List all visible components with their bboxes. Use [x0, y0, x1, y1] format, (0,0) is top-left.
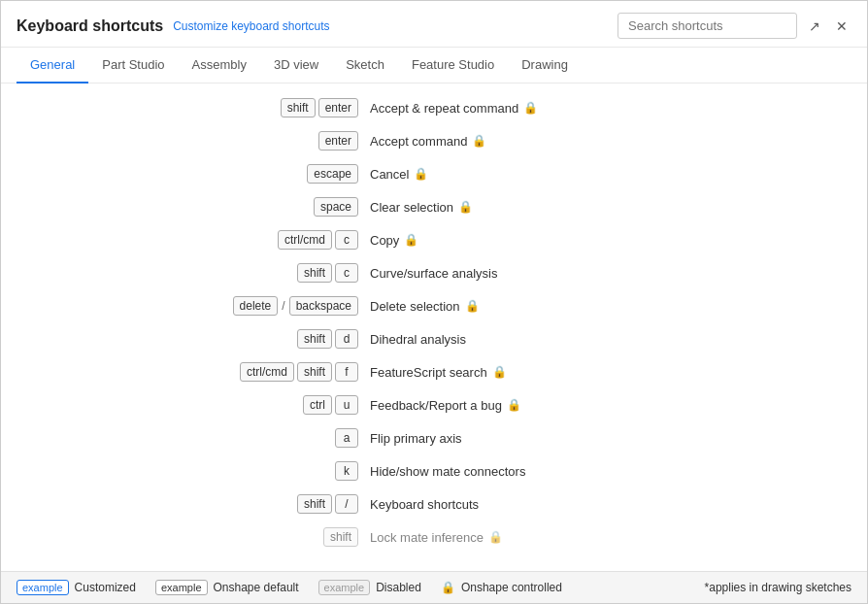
- key-shift: shift: [281, 98, 316, 117]
- shortcut-label: Curve/surface analysis: [370, 266, 848, 281]
- legend-customized-text: Customized: [75, 581, 136, 594]
- key-shift: shift: [323, 527, 358, 547]
- legend-onshape-controlled-text: Onshape controlled: [461, 581, 562, 594]
- legend-key-customized: example: [17, 580, 69, 595]
- expand-button[interactable]: ↗: [805, 17, 824, 36]
- key-f: f: [335, 362, 358, 382]
- legend-onshape-default: example Onshape default: [155, 580, 299, 595]
- table-row: space Clear selection 🔒: [1, 190, 867, 223]
- table-row: ctrl/cmd shift f FeatureScript search 🔒: [1, 355, 867, 388]
- footer: example Customized example Onshape defau…: [1, 571, 867, 603]
- lock-icon-footer: 🔒: [441, 581, 455, 594]
- key-u: u: [335, 395, 358, 415]
- lock-icon: 🔒: [507, 398, 521, 412]
- tab-general[interactable]: General: [17, 48, 88, 84]
- shortcut-keys: ctrl/cmd shift f: [1, 362, 370, 382]
- key-ctrl: ctrl: [303, 395, 332, 415]
- shortcut-label: Hide/show mate connectors: [370, 464, 848, 479]
- shortcut-keys: space: [1, 197, 370, 217]
- modal: Keyboard shortcuts Customize keyboard sh…: [0, 0, 868, 604]
- shortcut-label: Accept & repeat command 🔒: [370, 101, 848, 116]
- lock-icon: 🔒: [492, 365, 507, 379]
- table-row: a Flip primary axis: [1, 421, 867, 454]
- tab-feature-studio[interactable]: Feature Studio: [398, 48, 508, 84]
- close-icon: ✕: [836, 18, 848, 34]
- table-row: ctrl/cmd c Copy 🔒: [1, 223, 867, 256]
- lock-icon: 🔒: [404, 233, 418, 247]
- lock-icon: 🔒: [472, 134, 486, 148]
- legend-customized: example Customized: [17, 580, 136, 595]
- key-shift: shift: [297, 263, 332, 283]
- shortcut-keys: shift c: [1, 263, 370, 283]
- shortcut-keys: shift d: [1, 329, 370, 349]
- legend-disabled: example Disabled: [318, 580, 421, 595]
- content-area: shift enter Accept & repeat command 🔒 en…: [1, 84, 867, 571]
- key-space: space: [314, 197, 358, 217]
- shortcut-label: FeatureScript search 🔒: [370, 365, 848, 380]
- shortcut-label: Feedback/Report a bug 🔒: [370, 398, 848, 413]
- shortcut-keys: shift /: [1, 494, 370, 514]
- shortcut-keys: ctrl/cmd c: [1, 230, 370, 250]
- lock-icon: 🔒: [488, 530, 503, 544]
- key-shift: shift: [297, 494, 332, 514]
- shortcut-keys: a: [1, 428, 370, 448]
- legend-onshape-default-text: Onshape default: [214, 581, 299, 594]
- table-row: shift enter Accept & repeat command 🔒: [1, 91, 867, 124]
- table-row: enter Accept command 🔒: [1, 124, 867, 157]
- lock-icon: 🔒: [523, 101, 538, 115]
- shortcut-label: Accept command 🔒: [370, 134, 848, 149]
- tab-part-studio[interactable]: Part Studio: [88, 48, 178, 84]
- key-escape: escape: [307, 164, 358, 184]
- legend-onshape-controlled: 🔒 Onshape controlled: [441, 581, 562, 594]
- key-shift: shift: [297, 329, 332, 349]
- expand-icon: ↗: [809, 18, 820, 34]
- table-row: shift Lock mate inference 🔒: [1, 520, 867, 554]
- key-separator: /: [281, 299, 285, 313]
- shortcut-keys: ctrl u: [1, 395, 370, 415]
- shortcut-label: Dihedral analysis: [370, 332, 848, 347]
- title-area: Keyboard shortcuts Customize keyboard sh…: [17, 17, 330, 35]
- table-row: shift c Curve/surface analysis: [1, 256, 867, 289]
- table-row: ctrl u Feedback/Report a bug 🔒: [1, 388, 867, 421]
- key-enter: enter: [318, 98, 358, 117]
- shortcut-label: Delete selection 🔒: [370, 299, 848, 314]
- key-ctrl-cmd: ctrl/cmd: [240, 362, 294, 382]
- key-c: c: [335, 230, 358, 250]
- search-input[interactable]: [618, 13, 797, 39]
- key-enter: enter: [318, 131, 358, 151]
- key-a: a: [335, 428, 358, 448]
- legend-key-onshape-default: example: [155, 580, 208, 595]
- shortcut-keys: enter: [1, 131, 370, 151]
- lock-icon: 🔒: [414, 167, 428, 181]
- tab-3d-view[interactable]: 3D view: [260, 48, 332, 84]
- key-backspace: backspace: [289, 296, 358, 316]
- customize-link[interactable]: Customize keyboard shortcuts: [173, 19, 329, 33]
- header-right: ↗ ✕: [618, 13, 851, 39]
- table-row: shift / Keyboard shortcuts: [1, 487, 867, 520]
- shortcut-label: Lock mate inference 🔒: [370, 530, 848, 545]
- key-ctrl-cmd: ctrl/cmd: [278, 230, 332, 250]
- shortcut-keys: shift: [1, 527, 370, 547]
- lock-icon: 🔒: [465, 299, 480, 313]
- key-slash: /: [335, 494, 358, 514]
- lock-icon: 🔒: [458, 200, 473, 214]
- shortcut-label: Cancel 🔒: [370, 167, 848, 182]
- legend-key-disabled: example: [318, 580, 371, 595]
- legend-disabled-text: Disabled: [376, 581, 421, 594]
- shortcut-label: Copy 🔒: [370, 233, 848, 248]
- table-row: escape Cancel 🔒: [1, 157, 867, 190]
- tab-drawing[interactable]: Drawing: [508, 48, 582, 84]
- shortcuts-list[interactable]: shift enter Accept & repeat command 🔒 en…: [1, 84, 867, 571]
- shortcut-keys: delete / backspace: [1, 296, 370, 316]
- table-row: shift d Dihedral analysis: [1, 322, 867, 355]
- shortcut-keys: escape: [1, 164, 370, 184]
- key-shift: shift: [297, 362, 332, 382]
- tab-assembly[interactable]: Assembly: [179, 48, 260, 84]
- modal-header: Keyboard shortcuts Customize keyboard sh…: [1, 1, 867, 48]
- shortcut-label: Clear selection 🔒: [370, 200, 848, 215]
- key-c: c: [335, 263, 358, 283]
- shortcut-label: Keyboard shortcuts: [370, 497, 848, 512]
- modal-title: Keyboard shortcuts: [17, 17, 163, 35]
- tab-sketch[interactable]: Sketch: [332, 48, 398, 84]
- close-button[interactable]: ✕: [832, 17, 851, 36]
